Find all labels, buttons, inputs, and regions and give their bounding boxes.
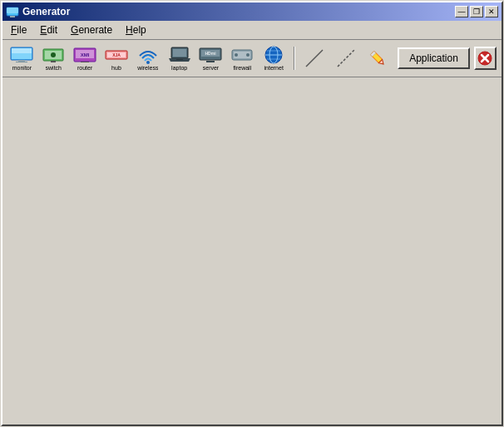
toolbar-line-tool-button[interactable] (300, 43, 329, 73)
monitor-label: monitor (12, 65, 32, 71)
menu-generate[interactable]: Generate (66, 22, 117, 37)
line-tool-icon (303, 49, 326, 67)
window-title: Generator (22, 6, 452, 17)
table-device-label: hub (111, 65, 121, 71)
toolbar-wireless-button[interactable]: wireless (133, 43, 162, 73)
menu-help[interactable]: Help (121, 22, 151, 37)
svg-point-10 (51, 52, 56, 57)
toolbar-laptop-button[interactable]: laptop (165, 43, 194, 73)
green-device-icon (42, 46, 65, 64)
toolbar-table-device-button[interactable]: XJA hub (102, 43, 131, 73)
svg-rect-1 (7, 7, 18, 13)
monitor-icon (10, 46, 33, 64)
svg-text:XMl: XMl (81, 52, 90, 57)
svg-text:HDmi: HDmi (205, 51, 217, 56)
svg-line-37 (306, 50, 323, 67)
svg-rect-11 (51, 61, 56, 62)
svg-rect-5 (12, 48, 32, 53)
toolbar-green-device-button[interactable]: switch (39, 43, 68, 73)
title-bar: Generator — ❐ ✕ (2, 2, 502, 21)
menu-help-label: Help (126, 24, 146, 36)
svg-rect-15 (81, 62, 89, 62)
laptop-label: laptop (171, 65, 187, 71)
dashed-line-tool-icon (334, 49, 358, 67)
menu-file[interactable]: File (6, 22, 32, 37)
x-icon (477, 51, 492, 66)
delete-button[interactable] (474, 47, 497, 70)
globe-icon (262, 46, 285, 64)
svg-rect-22 (173, 49, 186, 57)
svg-line-38 (338, 50, 354, 67)
toolbar-globe-button[interactable]: internet (259, 43, 289, 73)
svg-rect-27 (206, 61, 215, 62)
svg-point-30 (235, 53, 238, 57)
svg-rect-2 (10, 16, 15, 17)
svg-rect-7 (16, 62, 27, 62)
minimize-button[interactable]: — (455, 6, 468, 17)
hdmi-icon: HDmi (199, 46, 222, 64)
green-device-label: switch (46, 65, 62, 71)
laptop-icon (168, 46, 191, 64)
gray-device-label: firewall (233, 65, 251, 71)
wireless-label: wireless (137, 65, 158, 71)
toolbar-monitor-button[interactable]: monitor (7, 43, 37, 73)
menu-generate-label: Generate (71, 24, 112, 36)
menu-file-label: File (11, 24, 27, 36)
toolbar-gray-device-button[interactable]: firewall (228, 43, 257, 73)
hdmi-label: server (203, 65, 219, 71)
svg-rect-6 (18, 60, 25, 62)
toolbar-dashed-line-tool-button[interactable] (331, 43, 360, 73)
globe-label: internet (264, 65, 283, 71)
menu-bar: File Edit Generate Help (2, 21, 502, 40)
toolbar: monitor switch XMl (2, 40, 502, 77)
svg-point-19 (146, 61, 150, 64)
toolbar-colorful-device-button[interactable]: XMl router (71, 43, 100, 73)
title-bar-icon (6, 5, 19, 18)
wireless-icon (136, 46, 160, 64)
canvas-area (2, 77, 502, 425)
window-controls: — ❐ ✕ (455, 6, 498, 17)
svg-text:XJA: XJA (112, 52, 121, 57)
close-button[interactable]: ✕ (485, 6, 498, 17)
pencil-tool-icon (366, 49, 389, 67)
toolbar-hdmi-button[interactable]: HDmi server (196, 43, 225, 73)
restore-button[interactable]: ❐ (470, 6, 483, 17)
gray-device-icon (230, 46, 254, 64)
toolbar-pencil-tool-button[interactable] (363, 43, 392, 73)
colorful-device-label: router (77, 65, 92, 71)
menu-edit-label: Edit (40, 24, 57, 36)
menu-edit[interactable]: Edit (35, 22, 62, 37)
svg-rect-23 (176, 59, 183, 60)
main-window: Generator — ❐ ✕ File Edit Generate Help (1, 1, 503, 426)
table-device-icon: XJA (105, 46, 128, 64)
svg-point-31 (246, 53, 250, 57)
colorful-device-icon: XMl (73, 46, 96, 64)
toolbar-separator-1 (294, 47, 295, 70)
application-button[interactable]: Application (398, 47, 470, 69)
